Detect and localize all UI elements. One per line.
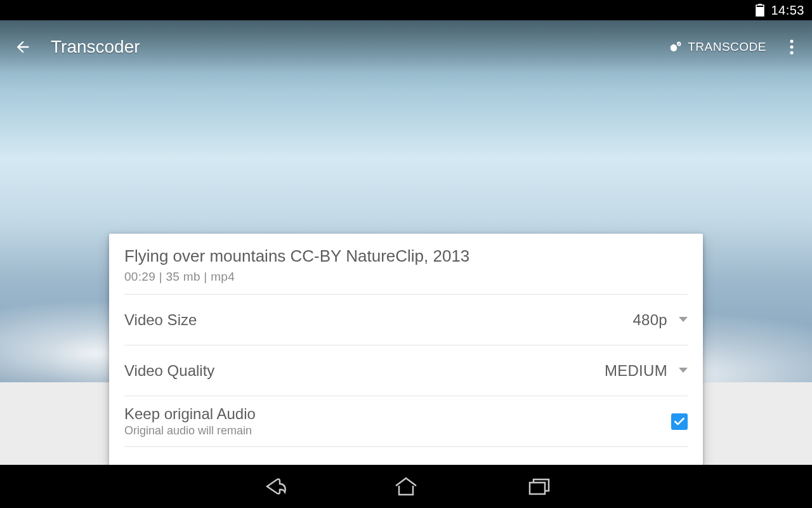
settings-card: Flying over mountains CC-BY NatureClip, …	[109, 234, 703, 465]
app-title: Transcoder	[51, 37, 140, 57]
keep-audio-sub: Original audio will remain	[124, 424, 671, 438]
nav-home-icon	[393, 476, 419, 497]
dropdown-icon	[679, 317, 688, 323]
svg-rect-2	[756, 7, 764, 17]
video-quality-label: Video Quality	[124, 362, 605, 380]
next-row-peek	[124, 447, 688, 465]
video-quality-row[interactable]: Video Quality MEDIUM	[124, 345, 688, 396]
more-vert-icon	[790, 39, 794, 55]
video-size-label: Video Size	[124, 311, 632, 329]
video-size-row[interactable]: Video Size 480p	[124, 295, 688, 345]
video-size-value: 480p	[632, 311, 667, 329]
video-meta: 00:29 | 35 mb | mp4	[124, 270, 688, 284]
video-quality-value: MEDIUM	[605, 362, 667, 380]
svg-rect-8	[530, 483, 545, 494]
back-button[interactable]	[10, 32, 36, 62]
keep-audio-label: Keep original Audio	[124, 405, 671, 423]
svg-point-6	[790, 45, 793, 48]
keep-audio-row[interactable]: Keep original Audio Original audio will …	[124, 396, 688, 447]
svg-point-5	[790, 39, 793, 43]
android-status-bar: 14:53	[0, 0, 812, 20]
nav-recents-button[interactable]	[520, 467, 558, 505]
android-nav-bar	[0, 465, 812, 508]
keep-audio-checkbox[interactable]	[671, 413, 688, 430]
overflow-menu-button[interactable]	[782, 32, 802, 62]
arrow-back-icon	[14, 38, 32, 56]
svg-point-7	[790, 51, 793, 54]
video-title: Flying over mountains CC-BY NatureClip, …	[124, 246, 688, 266]
nav-home-button[interactable]	[387, 467, 425, 505]
app-bar: Transcoder	[0, 20, 812, 74]
transcode-button-label: TRANSCODE	[688, 40, 766, 54]
dropdown-icon	[679, 368, 688, 374]
transcode-button[interactable]: TRANSCODE	[667, 39, 766, 55]
gears-icon	[667, 39, 683, 55]
nav-recents-icon	[527, 476, 552, 497]
nav-back-button[interactable]	[254, 467, 292, 505]
battery-icon	[756, 4, 764, 17]
nav-back-icon	[258, 476, 287, 497]
check-icon	[673, 415, 686, 428]
status-time: 14:53	[771, 3, 804, 18]
